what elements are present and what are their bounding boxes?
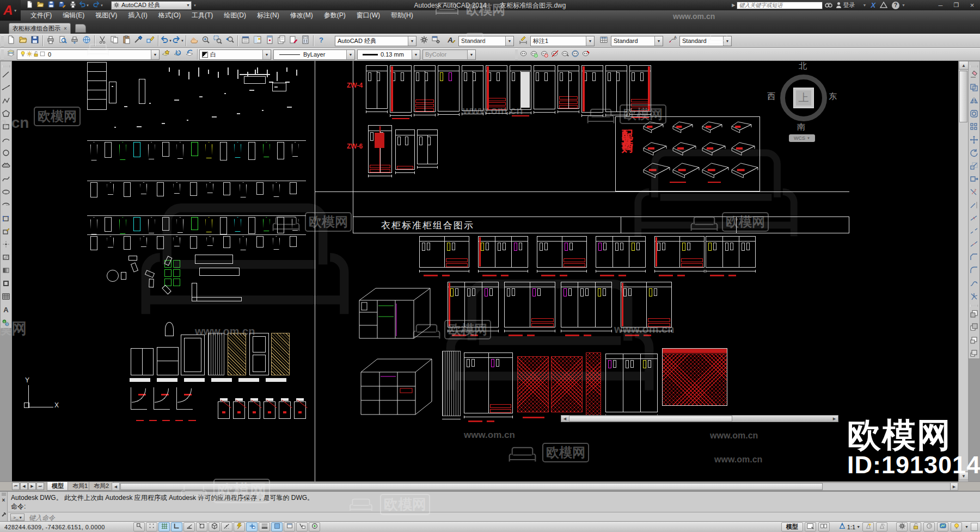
tab-nav-1[interactable]: ◀ — [20, 482, 28, 490]
workspace-settings-button[interactable] — [418, 35, 430, 47]
vscroll-thumb[interactable] — [959, 71, 967, 122]
modify-stretch-button[interactable] — [969, 174, 979, 187]
draw-circle-button[interactable] — [1, 147, 11, 160]
status-toggle-object-snap-tracking[interactable] — [221, 522, 232, 531]
group-remove-button[interactable] — [540, 48, 550, 60]
menu-item-12[interactable]: 帮助(H) — [385, 10, 419, 21]
model-space-button[interactable]: 模型 — [781, 522, 803, 531]
mleader-style-combo-icon-button[interactable]: A — [666, 35, 678, 47]
infocenter-expand-icon[interactable]: ▶ — [732, 3, 735, 8]
status-toggle-infer-constraints[interactable] — [133, 522, 145, 531]
text-style-combo-icon-button[interactable]: A — [445, 35, 457, 47]
designcenter-button[interactable] — [252, 35, 264, 47]
block-editor-button[interactable] — [144, 35, 156, 47]
restore-button[interactable]: ❐ — [948, 1, 964, 10]
menu-item-11[interactable]: 窗口(W) — [351, 10, 385, 21]
draw-point-style-button[interactable] — [1, 317, 11, 330]
linetype-combo[interactable]: ByLayer▼ — [273, 50, 355, 60]
viewcube-top-face[interactable]: 上 — [793, 88, 814, 108]
modify-break-button[interactable] — [969, 226, 979, 239]
chevron-down-icon[interactable]: ▼ — [654, 36, 663, 46]
color-combo[interactable]: 白▼ — [199, 50, 271, 60]
signin-button[interactable]: 登录 — [843, 1, 855, 9]
group-select-off-button[interactable] — [581, 48, 591, 60]
status-toggle-ortho-mode[interactable] — [171, 522, 182, 531]
chevron-down-icon[interactable]: ▼ — [181, 39, 184, 42]
draw-ellipse-button[interactable] — [1, 187, 11, 200]
draworder-send-under-button[interactable] — [969, 348, 979, 361]
workspace-switching-button[interactable] — [896, 522, 908, 531]
draw-region-button[interactable] — [1, 278, 11, 291]
menu-item-6[interactable]: 工具(T) — [186, 10, 218, 21]
horizontal-scrollbar[interactable]: ◀▶ — [112, 482, 958, 491]
modify-trim-button[interactable] — [969, 187, 979, 200]
chevron-down-icon[interactable]: ▼ — [346, 50, 354, 59]
quick-view-layouts-button[interactable] — [805, 522, 816, 531]
workspace-toolbar-combo[interactable]: AutoCAD 经典▼ — [335, 36, 416, 46]
zoom-window-button[interactable] — [212, 35, 224, 47]
lock-open-icon[interactable] — [33, 51, 39, 58]
make-object-layer-current-button[interactable] — [160, 48, 171, 60]
match-properties-button[interactable] — [132, 35, 144, 47]
draworder-send-to-back-button[interactable] — [969, 321, 979, 335]
sun-icon[interactable] — [26, 51, 33, 58]
tab-nav-2[interactable]: ▶ — [28, 482, 36, 490]
toolbar-grip[interactable] — [970, 305, 978, 307]
draw-revision-cloud-button[interactable] — [1, 160, 11, 174]
toolbar-grip[interactable] — [970, 65, 978, 67]
publish-button[interactable] — [81, 35, 93, 47]
copy-button[interactable] — [108, 35, 120, 47]
toolbar-grip[interactable] — [1, 49, 4, 60]
dim-style-combo[interactable]: 标注1▼ — [530, 36, 595, 46]
modify-rotate-button[interactable] — [969, 147, 979, 160]
text-style-combo[interactable]: Standard▼ — [458, 36, 514, 46]
scroll-right-icon[interactable]: ▶ — [950, 483, 958, 490]
status-toggle-object-snap[interactable] — [196, 522, 207, 531]
draw-multiline-text-button[interactable]: A — [1, 304, 11, 317]
compass-east-label[interactable]: 东 — [829, 91, 841, 101]
search-input[interactable] — [737, 2, 823, 9]
draw-arc-button[interactable] — [1, 134, 11, 147]
modify-extend-button[interactable] — [969, 200, 979, 213]
draworder-bring-above-button[interactable] — [969, 335, 979, 348]
signin-chevron-icon[interactable]: ▼ — [862, 3, 866, 7]
undo-button[interactable]: ▼ — [160, 35, 172, 47]
modify-scale-button[interactable] — [969, 160, 979, 174]
modify-fillet-button[interactable] — [969, 265, 979, 278]
modify-break-at-point-button[interactable] — [969, 213, 979, 226]
cui-button[interactable] — [430, 35, 442, 47]
tab-layout2[interactable]: 布局2 — [89, 482, 114, 491]
quick-view-drawings-button[interactable] — [818, 522, 830, 531]
tab-nav-0[interactable]: ⏮ — [12, 482, 20, 490]
menu-item-9[interactable]: 修改(M) — [285, 10, 318, 21]
preview-button[interactable] — [57, 35, 69, 47]
tab-model[interactable]: 模型 — [47, 482, 69, 491]
compass-north-label[interactable]: 北 — [799, 61, 811, 71]
status-toggle-polar-tracking[interactable] — [183, 522, 195, 531]
draw-point-button[interactable] — [1, 239, 11, 252]
chevron-down-icon[interactable]: ▼ — [408, 36, 416, 46]
lightbulb-icon[interactable] — [20, 51, 26, 58]
redo-button[interactable]: ▼ — [172, 35, 184, 47]
chevron-down-icon[interactable]: ▼ — [856, 525, 860, 529]
draw-spline-button[interactable] — [1, 174, 11, 187]
chevron-down-icon[interactable]: ▼ — [586, 36, 594, 46]
chevron-down-icon[interactable]: ▼ — [723, 36, 731, 46]
chevron-down-icon[interactable]: ▼ — [412, 50, 420, 59]
draw-polyline-button[interactable] — [1, 95, 11, 108]
menu-item-4[interactable]: 插入(I) — [122, 10, 152, 21]
tab-nav-3[interactable]: ⏭ — [36, 482, 44, 490]
menu-item-10[interactable]: 参数(P) — [318, 10, 351, 21]
new-tab-button[interactable] — [75, 24, 86, 33]
layer-combo[interactable]: 0▼ — [17, 50, 160, 60]
draw-rectangle-button[interactable] — [1, 121, 11, 134]
draw-gradient-button[interactable] — [1, 265, 11, 278]
menu-item-7[interactable]: 绘图(D) — [218, 10, 252, 21]
chevron-down-icon[interactable]: ▼ — [505, 36, 513, 46]
quickcalc-button[interactable] — [299, 35, 311, 47]
compass-south-label[interactable]: 南 — [797, 122, 809, 132]
chevron-down-icon[interactable]: ▼ — [262, 50, 271, 59]
modify-chamfer-button[interactable] — [969, 252, 979, 265]
draw-insert-block-button[interactable] — [1, 213, 11, 226]
scroll-left-icon[interactable]: ◀ — [561, 416, 568, 422]
